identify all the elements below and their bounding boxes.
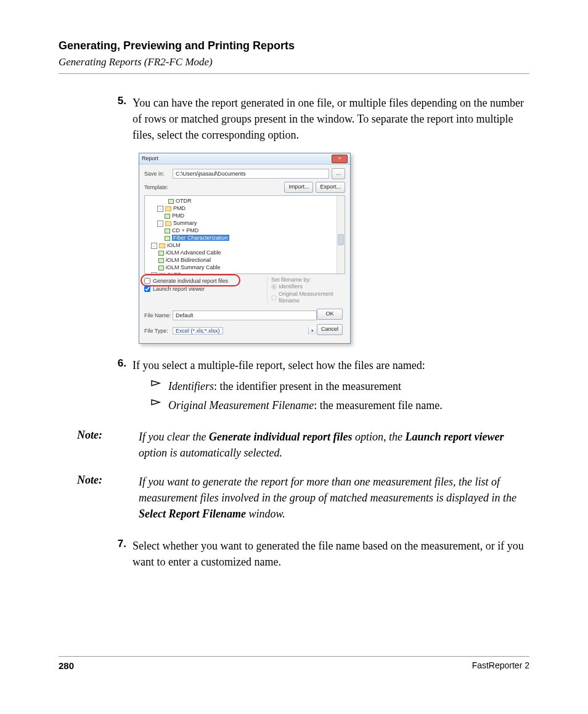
identifiers-radio (271, 284, 277, 290)
template-icon (158, 258, 164, 263)
tree-item-cd-pmd[interactable]: CD + PMD (172, 227, 198, 233)
import-button[interactable]: Import... (284, 182, 313, 193)
original-filename-radio (271, 295, 277, 301)
page-number: 280 (59, 660, 74, 671)
tree-folder-summary[interactable]: Summary (173, 220, 197, 226)
template-icon (168, 199, 174, 204)
bullet-arrow-icon (151, 378, 168, 387)
tree-folder-pmd[interactable]: PMD (173, 205, 186, 211)
folder-icon (165, 221, 171, 226)
step-5: 5. You can have the report generated in … (59, 95, 529, 143)
file-type-select[interactable]: Excel (*.xls;*.xlsx) (173, 327, 223, 335)
folder-icon (165, 206, 171, 211)
identifiers-label: Identifiers (279, 283, 303, 290)
tree-item-iolm-bidirectional[interactable]: iOLM Bidirectional (166, 257, 211, 263)
page-footer: 280 FastReporter 2 (59, 656, 529, 671)
template-icon (158, 266, 164, 270)
file-name-label: File Name: (144, 312, 173, 318)
step-6: 6. If you select a multiple-file report,… (59, 357, 529, 416)
template-icon (165, 229, 170, 233)
collapse-icon[interactable]: - (151, 243, 157, 249)
header-rule (59, 73, 529, 74)
folder-icon (159, 273, 165, 274)
template-tree[interactable]: OTDR -PMD PMD -Summary CD + PMD Fiber Ch… (144, 195, 345, 274)
note-2: Note: If you want to generate the report… (59, 474, 529, 522)
note-2-label: Note: (59, 474, 139, 487)
step-6-sub2: Original Measurement Filename: the measu… (168, 397, 443, 414)
browse-button[interactable]: ... (332, 168, 345, 179)
step-6-text: If you select a multiple-file report, se… (133, 359, 425, 371)
template-icon (158, 251, 164, 256)
save-in-path[interactable]: C:\Users\jsasaul\Documents (173, 169, 329, 179)
collapse-icon[interactable]: - (151, 272, 157, 274)
template-icon (165, 214, 170, 219)
template-label: Template: (144, 184, 173, 190)
collapse-icon[interactable]: - (157, 221, 163, 227)
step-5-text: You can have the report generated in one… (133, 95, 529, 143)
note-1: Note: If you clear the Generate individu… (59, 429, 529, 461)
tree-folder-iolm[interactable]: iOLM (167, 242, 181, 248)
note-1-label: Note: (59, 429, 139, 442)
dialog-title: Report (142, 153, 158, 164)
step-5-number: 5. (118, 95, 133, 107)
template-icon (165, 236, 170, 241)
folder-icon (159, 243, 165, 248)
chapter-title: Generating, Previewing and Printing Repo… (59, 39, 529, 52)
set-filename-by-label: Set filename by: (271, 277, 345, 283)
step-7: 7. Select whether you want to generated … (59, 538, 529, 570)
tree-item-fiber-characterization[interactable]: Fiber Characterization (172, 235, 229, 241)
generate-individual-checkbox[interactable] (144, 278, 150, 284)
step-6-number: 6. (118, 357, 133, 369)
product-name: FastReporter 2 (472, 660, 529, 671)
chevron-down-icon[interactable]: ▾ (308, 327, 316, 335)
step-6-sub1: Identifiers: the identifier present in t… (168, 378, 401, 395)
cancel-button[interactable]: Cancel (317, 324, 343, 335)
launch-viewer-label: Launch report viewer (153, 285, 205, 293)
tree-item-pmd[interactable]: PMD (172, 213, 184, 219)
tree-folder-olts[interactable]: OLTS (167, 272, 181, 274)
save-in-label: Save in: (144, 171, 173, 177)
ok-button[interactable]: OK (317, 309, 343, 320)
collapse-icon[interactable]: - (157, 206, 163, 212)
tree-item-otdr[interactable]: OTDR (176, 198, 192, 204)
export-button[interactable]: Export... (316, 182, 345, 193)
report-dialog-screenshot: Report × Save in: C:\Users\jsasaul\Docum… (139, 153, 351, 344)
file-type-label: File Type: (144, 328, 173, 334)
tree-scrollbar[interactable] (337, 196, 345, 274)
bullet-arrow-icon (151, 397, 168, 406)
close-icon[interactable]: × (332, 155, 348, 163)
note-1-body: If you clear the Generate individual rep… (139, 429, 529, 461)
original-filename-label: Original Measurement filename (279, 291, 345, 304)
generate-individual-label: Generate individual report files (153, 277, 228, 285)
step-7-text: Select whether you want to generated the… (133, 538, 529, 570)
file-name-input[interactable]: Default (173, 310, 317, 320)
note-2-body: If you want to generate the report for m… (139, 474, 529, 522)
tree-item-iolm-summary[interactable]: iOLM Summary Cable (166, 264, 221, 270)
tree-item-iolm-advanced[interactable]: iOLM Advanced Cable (166, 249, 221, 256)
section-subtitle: Generating Reports (FR2-FC Mode) (59, 56, 529, 68)
step-7-number: 7. (118, 538, 133, 550)
launch-viewer-checkbox[interactable] (144, 286, 150, 292)
